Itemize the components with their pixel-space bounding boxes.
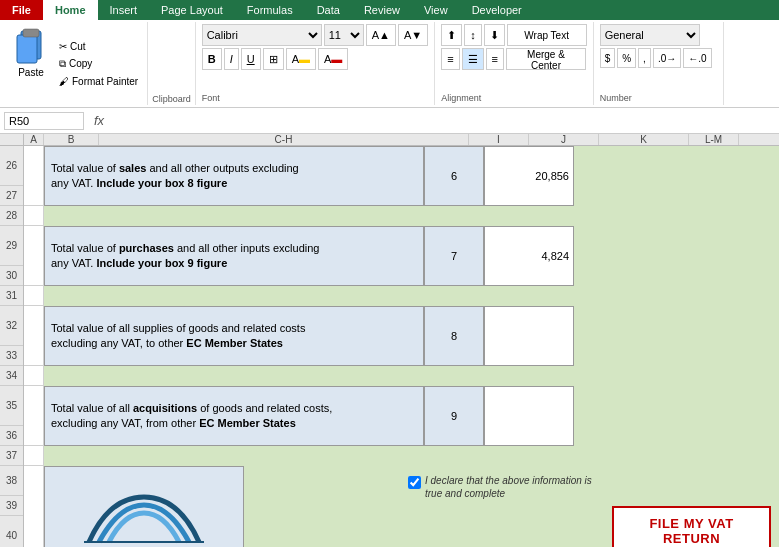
file-tab[interactable]: File [0, 0, 43, 20]
alignment-group: ⬆ ↕ ⬇ Wrap Text ≡ ☰ ≡ Merge & Center Ali… [435, 22, 594, 105]
supplies-row-group: Total value of all supplies of goods and… [24, 306, 779, 366]
svg-rect-1 [17, 35, 37, 63]
merge-center-button[interactable]: Merge & Center [506, 48, 586, 70]
purchases-text-line2: any VAT. Include your box 9 figure [51, 256, 417, 271]
tab-page-layout[interactable]: Page Layout [149, 0, 235, 20]
font-family-select[interactable]: Calibri [202, 24, 322, 46]
cell-32-box-num[interactable]: 8 [424, 306, 484, 366]
cell-35-value[interactable] [484, 386, 574, 446]
row-numbers-column: 26 27 28 29 30 31 32 33 34 35 36 37 38 3… [0, 146, 24, 547]
acquisitions-text-line1: Total value of all acquisitions of goods… [51, 401, 417, 416]
declaration-checkbox[interactable] [408, 476, 421, 489]
tab-data[interactable]: Data [305, 0, 352, 20]
cell-37-rest [44, 446, 779, 466]
tab-review[interactable]: Review [352, 0, 412, 20]
align-row2: ≡ ☰ ≡ Merge & Center [441, 48, 587, 70]
tab-insert[interactable]: Insert [98, 0, 150, 20]
logo-cell: 1 - BRIDGE [44, 466, 244, 547]
clipboard-group: Paste ✂ Cut ⧉ Copy 🖌 Format Painter [4, 22, 148, 105]
cell-32-text-block: Total value of all supplies of goods and… [44, 306, 424, 366]
row-num-32: 32 [0, 306, 23, 346]
vat-return-button[interactable]: FILE MY VAT RETURN [612, 506, 771, 547]
cell-34-rest [44, 366, 779, 386]
align-bottom-button[interactable]: ⬇ [484, 24, 505, 46]
row-num-37: 37 [0, 446, 23, 466]
ribbon-tab-bar: File Home Insert Page Layout Formulas Da… [0, 0, 779, 20]
align-top-button[interactable]: ⬆ [441, 24, 462, 46]
format-painter-button[interactable]: 🖌 Format Painter [54, 74, 143, 89]
middle-space [244, 466, 404, 547]
italic-button[interactable]: I [224, 48, 239, 70]
row-num-34: 34 [0, 366, 23, 386]
align-center-button[interactable]: ☰ [462, 48, 484, 70]
row-num-31: 31 [0, 286, 23, 306]
cell-29-box-num[interactable]: 7 [424, 226, 484, 286]
border-button[interactable]: ⊞ [263, 48, 284, 70]
cell-35-A [24, 386, 44, 446]
percent-button[interactable]: % [617, 48, 636, 68]
tab-home[interactable]: Home [43, 0, 98, 20]
row-num-26: 26 [0, 146, 23, 186]
row-num-36: 36 [0, 426, 23, 446]
font-group-label: Font [202, 93, 428, 103]
align-right-button[interactable]: ≡ [486, 48, 504, 70]
underline-button[interactable]: U [241, 48, 261, 70]
increase-font-button[interactable]: A▲ [366, 24, 396, 46]
fill-color-button[interactable]: A▬ [286, 48, 316, 70]
alignment-group-label: Alignment [441, 93, 587, 103]
cell-26-rest [574, 146, 779, 206]
font-row1: Calibri 11 A▲ A▼ [202, 24, 428, 46]
font-size-select[interactable]: 11 [324, 24, 364, 46]
number-format-select[interactable]: General [600, 24, 700, 46]
cell-32-A [24, 306, 44, 366]
paste-label: Paste [18, 67, 44, 78]
paste-button[interactable]: Paste [8, 24, 54, 103]
cell-35-box-num[interactable]: 9 [424, 386, 484, 446]
sales-text-line2: any VAT. Include your box 8 figure [51, 176, 417, 191]
align-middle-button[interactable]: ↕ [464, 24, 482, 46]
cell-26-box-num[interactable]: 6 [424, 146, 484, 206]
cell-reference-box[interactable]: R50 [4, 112, 84, 130]
col-header-J: J [529, 134, 599, 145]
cell-31-rest [44, 286, 779, 306]
svg-rect-2 [23, 29, 39, 37]
cell-29-value[interactable]: 4,824 [484, 226, 574, 286]
bold-button[interactable]: B [202, 48, 222, 70]
decrease-font-button[interactable]: A▼ [398, 24, 428, 46]
row-num-35: 35 [0, 386, 23, 426]
sales-text-line1: Total value of sales and all other outpu… [51, 161, 417, 176]
ribbon: File Home Insert Page Layout Formulas Da… [0, 0, 779, 134]
cell-29-text-block: Total value of purchases and all other i… [44, 226, 424, 286]
cell-32-value[interactable] [484, 306, 574, 366]
main-grid-rows: 26 27 28 29 30 31 32 33 34 35 36 37 38 3… [0, 146, 779, 547]
wrap-text-button[interactable]: Wrap Text [507, 24, 587, 46]
copy-button[interactable]: ⧉ Copy [54, 56, 143, 72]
tab-view[interactable]: View [412, 0, 460, 20]
app-window: File Home Insert Page Layout Formulas Da… [0, 0, 779, 547]
copy-label: Copy [69, 58, 92, 69]
row-37 [24, 446, 779, 466]
format-painter-icon: 🖌 [59, 76, 69, 87]
row-num-27: 27 [0, 186, 23, 206]
comma-button[interactable]: , [638, 48, 651, 68]
cells-area: Total value of sales and all other outpu… [24, 146, 779, 547]
align-left-button[interactable]: ≡ [441, 48, 459, 70]
decrease-decimal-button[interactable]: ←.0 [683, 48, 711, 68]
cut-button[interactable]: ✂ Cut [54, 39, 143, 54]
number-group: General $ % , .0→ ←.0 Number [594, 22, 724, 105]
font-row2: B I U ⊞ A▬ A▬ [202, 48, 428, 70]
currency-button[interactable]: $ [600, 48, 616, 68]
cell-26-value[interactable]: 20,856 [484, 146, 574, 206]
formula-icon: fx [88, 113, 110, 128]
tab-formulas[interactable]: Formulas [235, 0, 305, 20]
logo-svg [79, 487, 209, 547]
content-block: Total value of sales and all other outpu… [24, 146, 779, 547]
tab-developer[interactable]: Developer [460, 0, 534, 20]
col-header-L-M: L-M [689, 134, 739, 145]
increase-decimal-button[interactable]: .0→ [653, 48, 681, 68]
font-color-button[interactable]: A▬ [318, 48, 348, 70]
row-num-38: 38 [0, 466, 23, 496]
sales-row-group: Total value of sales and all other outpu… [24, 146, 779, 206]
formula-input[interactable] [114, 115, 775, 127]
row-28 [24, 206, 779, 226]
